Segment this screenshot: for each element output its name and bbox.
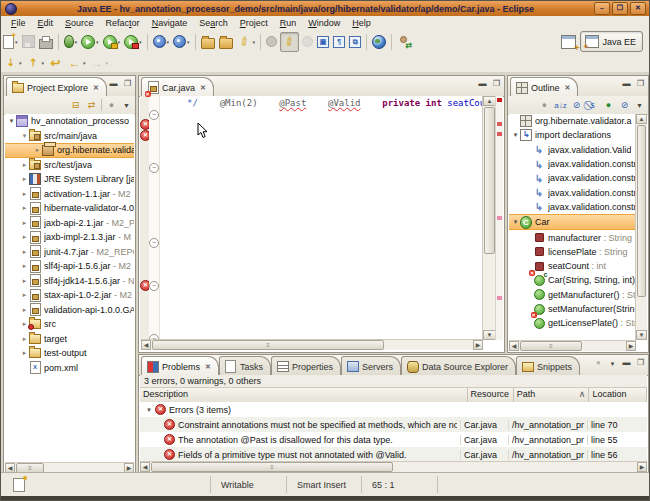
minimize-view-icon[interactable]: ▬ bbox=[477, 79, 488, 90]
tree-collapsed-icon[interactable]: ▸ bbox=[20, 175, 29, 183]
project-explorer-item[interactable]: ▸jaxb-impl-2.1.3.jar - M bbox=[5, 230, 134, 245]
print-button[interactable] bbox=[38, 33, 54, 51]
fold-collapse-icon[interactable]: − bbox=[149, 163, 159, 173]
outline-item[interactable]: manufacturer : String bbox=[509, 230, 636, 244]
outline-item[interactable]: ↳javax.validation.constr bbox=[509, 157, 636, 171]
back-button[interactable]: ←▾ bbox=[66, 54, 87, 72]
maximize-view-icon[interactable]: ❐ bbox=[122, 79, 133, 90]
tab-snippets[interactable]: Snippets bbox=[516, 356, 580, 376]
show-selected-element-button[interactable]: ▣ bbox=[316, 33, 330, 51]
minimize-view-icon[interactable]: ▬ bbox=[621, 358, 632, 369]
tree-collapsed-icon[interactable]: ▸ bbox=[20, 262, 29, 270]
tree-collapsed-icon[interactable]: ▸ bbox=[20, 233, 29, 241]
filters-icon[interactable]: ● bbox=[105, 99, 118, 112]
outline-vscrollbar[interactable]: ▲ ▼ bbox=[635, 114, 647, 340]
maximize-view-icon[interactable]: ❐ bbox=[635, 79, 646, 90]
new-web-service-button[interactable]: ▾ bbox=[152, 33, 171, 51]
minimize-view-icon[interactable]: ▬ bbox=[621, 79, 632, 90]
tab-data-source-explorer[interactable]: Data Source Explorer bbox=[401, 356, 516, 376]
last-edit-location-button[interactable]: ↩ bbox=[47, 54, 64, 72]
web-browser-button[interactable] bbox=[371, 33, 387, 51]
tab-car-java[interactable]: Car.java✕ bbox=[141, 77, 214, 97]
menu-run[interactable]: Run bbox=[274, 17, 303, 29]
debug-button[interactable]: ▾ bbox=[63, 33, 79, 51]
tree-expanded-icon[interactable]: ▾ bbox=[511, 131, 520, 139]
search-button[interactable]: ✐▾ bbox=[236, 33, 257, 51]
maximize-view-icon[interactable]: ❐ bbox=[491, 79, 502, 90]
error-mark[interactable] bbox=[497, 122, 502, 126]
run-coverage-button[interactable]: ▾ bbox=[102, 33, 122, 51]
status-icon[interactable] bbox=[13, 478, 25, 492]
tree-collapsed-icon[interactable]: ▸ bbox=[20, 291, 29, 299]
error-mark[interactable] bbox=[497, 98, 502, 102]
outline-item[interactable]: ↳javax.validation.Valid bbox=[509, 143, 636, 157]
tree-expanded-icon[interactable]: ▾ bbox=[511, 218, 520, 226]
outline-hscrollbar[interactable]: ◀ ≡ ▶ bbox=[509, 340, 636, 351]
outline-item[interactable]: ↳javax.validation.constr bbox=[509, 171, 636, 185]
dropdown-arrow-icon[interactable]: ▾ bbox=[19, 60, 22, 66]
problems-group-row[interactable]: ▾✕Errors (3 items) bbox=[140, 402, 647, 417]
outline-item[interactable]: ↳javax.validation.constr bbox=[509, 185, 636, 199]
project-explorer-item[interactable]: ▸hibernate-validator-4.0 bbox=[5, 201, 134, 216]
dropdown-arrow-icon[interactable]: ▾ bbox=[118, 39, 121, 45]
project-explorer-item[interactable]: ▸validation-api-1.0.0.GA bbox=[5, 303, 134, 318]
problem-row[interactable]: ✕Fields of a primitive type must not ann… bbox=[140, 447, 647, 462]
tab-project-explorer[interactable]: Project Explore✕ bbox=[6, 77, 107, 97]
editor-vscrollbar[interactable]: ▲ ▼ bbox=[482, 96, 496, 340]
project-explorer-item[interactable]: ▸activation-1.1.jar - M2 bbox=[5, 187, 134, 202]
new-web-service-client-button[interactable]: ▾ bbox=[172, 33, 191, 51]
tree-collapsed-icon[interactable]: ▸ bbox=[20, 219, 29, 227]
close-tab-icon[interactable]: ✕ bbox=[565, 84, 571, 92]
close-button[interactable]: ✕ bbox=[630, 2, 646, 15]
dropdown-arrow-icon[interactable]: ▾ bbox=[42, 60, 45, 66]
project-explorer-item[interactable]: ▸slf4j-jdk14-1.5.6.jar - N bbox=[5, 274, 134, 289]
tab-outline[interactable]: Outline✕ bbox=[510, 77, 578, 97]
tree-collapsed-icon[interactable]: ▸ bbox=[20, 248, 29, 256]
project-explorer-item[interactable]: ▸target bbox=[5, 332, 134, 347]
project-explorer-item[interactable]: Xpom.xml bbox=[5, 361, 134, 376]
dropdown-arrow-icon[interactable]: ▾ bbox=[96, 39, 99, 45]
fold-collapse-icon[interactable]: − bbox=[149, 281, 159, 291]
team-synchronize-button[interactable] bbox=[396, 33, 410, 51]
column-header-path[interactable]: Path ∧ bbox=[514, 388, 590, 402]
pin-editor-button[interactable] bbox=[265, 33, 278, 51]
dropdown-arrow-icon[interactable]: ▾ bbox=[167, 39, 170, 45]
menu-window[interactable]: Window bbox=[302, 17, 346, 29]
tab-properties[interactable]: Properties bbox=[271, 356, 341, 376]
fold-collapse-icon[interactable]: − bbox=[149, 238, 159, 248]
view-menu-icon[interactable]: ▼ bbox=[636, 102, 643, 109]
fold-collapse-icon[interactable]: − bbox=[149, 110, 159, 120]
column-header-description[interactable]: Description bbox=[140, 388, 468, 402]
annotation-ruler[interactable]: ✕✕✕ bbox=[140, 96, 149, 340]
maximize-view-icon[interactable]: ❐ bbox=[635, 358, 646, 369]
menu-help[interactable]: Help bbox=[346, 17, 377, 29]
project-explorer-item[interactable]: ▸JRE System Library [ja bbox=[5, 172, 134, 187]
link-with-editor-icon[interactable]: ⇄ bbox=[85, 99, 98, 112]
tree-collapsed-icon[interactable]: ▸ bbox=[20, 161, 29, 169]
show-whitespace-button[interactable]: ¶ bbox=[332, 33, 346, 51]
editor-hscrollbar[interactable]: ◀ ≡ ▶ bbox=[141, 339, 483, 350]
project-explorer-item[interactable]: ▸org.hibernate.valida bbox=[5, 143, 134, 158]
project-explorer-item[interactable]: ▸slf4j-api-1.5.6.jar - M2 bbox=[5, 259, 134, 274]
save-button[interactable] bbox=[21, 33, 36, 51]
mark-occurrences-button[interactable]: ✐ bbox=[280, 32, 299, 52]
title-bar[interactable]: Java EE - hv_annotation_processor_demo/s… bbox=[1, 1, 649, 16]
project-explorer-item[interactable]: ▾src/main/java bbox=[5, 129, 134, 144]
tab-tasks[interactable]: Tasks bbox=[219, 356, 271, 376]
view-menu-icon[interactable]: ▼ bbox=[607, 358, 618, 369]
project-explorer-item[interactable]: ▸junit-4.7.jar - M2_REPO bbox=[5, 245, 134, 260]
outline-item[interactable]: getLicensePlate() : Str bbox=[509, 316, 636, 330]
outline-item[interactable]: org.hibernate.validator.a bbox=[509, 114, 636, 128]
overview-ruler[interactable] bbox=[495, 96, 503, 340]
import-resource-button[interactable] bbox=[200, 33, 216, 51]
perspective-java-ee[interactable]: Java EE bbox=[580, 31, 643, 52]
error-mark[interactable] bbox=[497, 132, 502, 136]
tree-collapsed-icon[interactable]: ▸ bbox=[20, 335, 29, 343]
menu-refactor[interactable]: Refactor bbox=[100, 17, 146, 29]
project-explorer-item[interactable]: ▸stax-api-1.0-2.jar - M2 bbox=[5, 288, 134, 303]
project-explorer-item[interactable]: ▾hv_annotation_processo bbox=[5, 114, 134, 129]
tree-collapsed-icon[interactable]: ▸ bbox=[20, 277, 29, 285]
tree-collapsed-icon[interactable]: ▸ bbox=[20, 349, 29, 357]
new-wizard-button[interactable]: ▾ bbox=[2, 33, 19, 51]
outline-item[interactable]: getManufacturer() : St bbox=[509, 288, 636, 302]
